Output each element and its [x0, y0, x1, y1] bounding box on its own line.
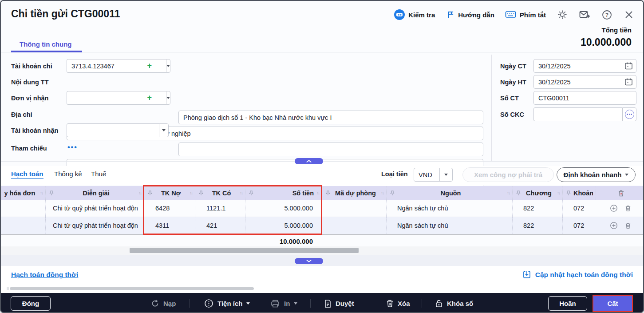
settings-button[interactable] [557, 9, 568, 20]
col-tk-co[interactable]: TK Có [206, 190, 237, 197]
save-button-highlight: Cất [593, 295, 633, 312]
sort-icon[interactable]: ↑↓ [40, 190, 43, 195]
col-khoan[interactable]: Khoản [573, 190, 593, 197]
close-button[interactable] [623, 9, 635, 20]
col-chuong[interactable]: Chương [523, 190, 554, 197]
sort-icon[interactable]: ↑↓ [138, 190, 141, 195]
col-dien-giai[interactable]: Diễn giải [56, 190, 136, 197]
view-debt-button[interactable]: Xem công nợ phải trả [462, 167, 554, 182]
refresh-icon [151, 299, 159, 308]
col-tk-no[interactable]: TK Nợ [155, 190, 187, 197]
cell-tk-no: 6428 [155, 205, 170, 212]
check-button[interactable]: Kiểm tra [394, 9, 435, 20]
tab-hach-toan[interactable]: Hạch toán [11, 170, 43, 179]
utilities-button[interactable]: Tiện ích [204, 293, 250, 313]
currency-value: VND [414, 168, 439, 181]
tham-chieu-more-button[interactable]: ••• [67, 143, 78, 151]
lock-button[interactable]: Khóa sổ [435, 293, 473, 313]
calendar-icon[interactable] [624, 78, 633, 86]
col-hoa-don[interactable]: y hóa đơn [2, 190, 37, 197]
reload-button[interactable]: Nạp [151, 293, 176, 313]
sort-icon[interactable]: ↑↓ [190, 190, 192, 195]
ngay-ct-field [533, 59, 636, 73]
so-ckc-input[interactable] [533, 107, 622, 121]
pin-icon[interactable] [148, 190, 152, 196]
tai-khoan-chi-desc-input[interactable] [178, 111, 483, 124]
close-form-button[interactable]: Đóng [11, 296, 51, 311]
save-button[interactable]: Cất [593, 296, 632, 311]
pin-icon[interactable] [249, 190, 253, 196]
pin-icon[interactable] [326, 190, 330, 196]
pin-icon[interactable] [199, 190, 203, 196]
delete-row-icon[interactable] [625, 205, 631, 212]
ngay-ct-input[interactable] [533, 59, 636, 73]
delete-all-icon[interactable] [618, 190, 624, 197]
print-button[interactable]: In [270, 293, 297, 313]
tai-khoan-chi-dropdown[interactable] [166, 59, 170, 73]
insert-row-icon[interactable] [610, 204, 618, 212]
add-icon[interactable]: + [147, 93, 152, 102]
so-ct-input[interactable] [533, 91, 636, 105]
don-vi-nhan-desc-input[interactable] [178, 143, 483, 156]
circled-dots-icon [625, 110, 634, 119]
sort-icon[interactable]: ↑↓ [240, 190, 242, 195]
table-row[interactable]: Chi từ quỹ phát triển hoạt độn... 6428 1… [1, 200, 644, 217]
tai-khoan-nhan-dropdown[interactable] [159, 123, 169, 137]
tai-khoan-nhan-combo [67, 123, 169, 137]
hach-toan-dong-thoi-link[interactable]: Hạch toán đồng thời [11, 271, 78, 279]
tai-khoan-nhan-input[interactable] [67, 123, 159, 137]
pin-icon[interactable] [516, 190, 521, 196]
postpone-button[interactable]: Hoãn [548, 296, 587, 311]
currency-dropdown[interactable] [439, 168, 452, 181]
lower-scrollbar-thumb[interactable] [10, 287, 254, 290]
tab-thue[interactable]: Thuế [91, 170, 106, 178]
trash-icon [386, 299, 394, 308]
mail-button[interactable] [579, 9, 590, 20]
col-nguon[interactable]: Nguồn [397, 190, 504, 197]
calendar-icon[interactable] [624, 62, 633, 70]
so-ct-label: Số CT [500, 95, 519, 102]
pin-icon[interactable] [390, 190, 395, 196]
delete-button[interactable]: Xóa [386, 293, 410, 313]
insert-row-icon[interactable] [610, 222, 618, 230]
collapse-form-button[interactable] [295, 158, 323, 164]
pin-icon[interactable] [566, 190, 571, 196]
sort-icon[interactable]: ↑↓ [507, 190, 510, 195]
table-scrollbar-thumb[interactable] [130, 248, 359, 253]
sort-icon[interactable]: ↑↓ [557, 190, 560, 195]
table-row[interactable]: Chi từ quỹ phát triển hoạt độn... 4311 4… [1, 217, 644, 234]
currency-select[interactable]: VND [414, 168, 453, 182]
close-icon [624, 10, 633, 19]
svg-text:?: ? [605, 12, 608, 18]
toolbar-divider [422, 299, 422, 308]
sort-icon[interactable]: ↑↓ [381, 190, 383, 195]
delete-row-icon[interactable] [625, 222, 631, 229]
guide-button[interactable]: Hướng dẫn [446, 10, 494, 19]
so-ckc-more-button[interactable] [622, 107, 636, 121]
sort-icon[interactable]: ↑↓ [316, 190, 319, 195]
cell-tk-co: 421 [206, 222, 217, 229]
approve-button[interactable]: Duyệt [324, 293, 354, 313]
tai-khoan-chi-combo: + [67, 59, 169, 73]
update-download-icon [523, 270, 531, 279]
quick-entry-button[interactable]: Định khoản nhanh [557, 167, 636, 182]
ngay-ht-input[interactable] [533, 75, 636, 89]
don-vi-nhan-label: Đơn vị nhận [11, 95, 48, 102]
tab-thong-ke[interactable]: Thống kê [54, 170, 82, 178]
don-vi-nhan-dropdown[interactable] [166, 91, 170, 105]
pin-icon[interactable] [49, 190, 54, 196]
ngay-ht-field [533, 75, 636, 89]
accounting-table: y hóa đơn↑↓ Diễn giải↑↓ TK Nợ↑↓ TK Có↑↓ … [1, 186, 644, 234]
shortcut-button[interactable]: Phím tắt [505, 10, 546, 19]
tab-thong-tin-chung[interactable]: Thông tin chung [20, 40, 71, 48]
add-icon[interactable]: + [147, 61, 152, 70]
utilities-icon [204, 299, 213, 308]
col-so-tien[interactable]: Số tiền [256, 190, 314, 197]
help-button[interactable]: ? [601, 9, 612, 20]
cell-dien-giai: Chi từ quỹ phát triển hoạt độn... [53, 222, 138, 229]
cap-nhat-link[interactable]: Cập nhật hạch toán đồng thời [523, 270, 633, 279]
cell-tk-co: 1121.1 [206, 205, 225, 212]
ngay-ht-label: Ngày HT [500, 79, 526, 86]
col-ma-du-phong[interactable]: Mã dự phòng [333, 190, 378, 197]
expand-section-button[interactable] [295, 258, 323, 264]
